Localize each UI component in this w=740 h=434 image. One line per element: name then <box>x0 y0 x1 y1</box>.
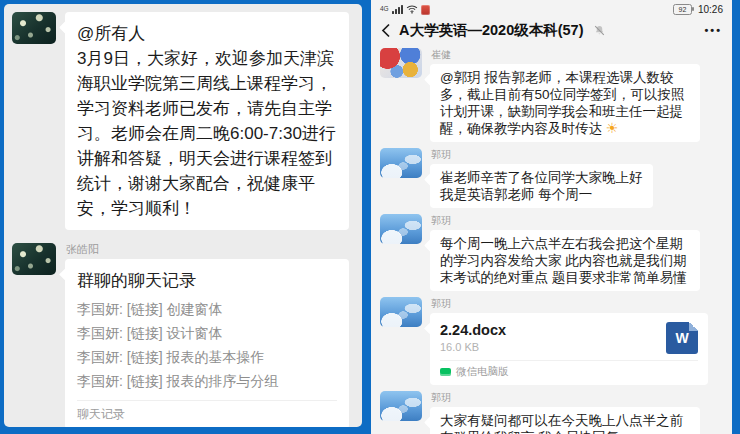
sender-name: 郭玥 <box>431 215 723 227</box>
wechat-pc-icon <box>440 368 451 376</box>
chat-record-title: 群聊的聊天记录 <box>77 268 337 294</box>
message-row: 崔健 @郭玥 报告郭老师，本课程选课人数较多，截止目前有50位同学签到，可以按照… <box>380 48 723 142</box>
network-type-label: 4G <box>380 5 389 12</box>
announcement-bubble: @所有人 3月9日，大家好，欢迎参加天津滨海职业学院第三周线上课程学习，学习资料… <box>65 12 349 230</box>
message-row-file: 郭玥 2.24.docx 16.0 KB W <box>380 297 723 385</box>
more-button[interactable]: ••• <box>704 24 722 36</box>
notification-app-icon <box>421 5 430 15</box>
left-chat-panel: @所有人 3月9日，大家好，欢迎参加天津滨海职业学院第三周线上课程学习，学习资料… <box>4 4 362 427</box>
status-bar: 4G 92 10:26 <box>371 0 732 17</box>
composite-screenshot: @所有人 3月9日，大家好，欢迎参加天津滨海职业学院第三周线上课程学习，学习资料… <box>0 0 740 434</box>
message-row: 郭玥 大家有疑问都可以在今天晚上八点半之前在群里给我留言 我会尽快回复 <box>380 391 723 434</box>
sender-name: 郭玥 <box>431 298 723 310</box>
sender-name: 张皓阳 <box>66 243 349 256</box>
file-name: 2.24.docx <box>440 321 666 339</box>
message-text: @郭玥 报告郭老师，本课程选课人数较多，截止目前有50位同学签到，可以按照计划开… <box>440 70 685 136</box>
message-row: 郭玥 崔老师辛苦了各位同学大家晚上好 我是英语郭老师 每个周一 <box>380 148 723 208</box>
file-source-label: 微信电脑版 <box>456 365 509 379</box>
chat-record-item: 李国妍: [链接] 报表的排序与分组 <box>77 369 337 393</box>
avatar-guo-yue[interactable] <box>380 148 422 178</box>
avatar-cui-jian[interactable] <box>380 48 422 78</box>
message-bubble: 大家有疑问都可以在今天晚上八点半之前在群里给我留言 我会尽快回复 <box>430 407 700 434</box>
announcement-message: @所有人 3月9日，大家好，欢迎参加天津滨海职业学院第三周线上课程学习，学习资料… <box>12 12 354 230</box>
avatar-guo-yue[interactable] <box>380 391 422 421</box>
signal-strength-icon <box>392 5 403 14</box>
message-list: 崔健 @郭玥 报告郭老师，本课程选课人数较多，截止目前有50位同学签到，可以按照… <box>371 43 732 434</box>
status-time: 10:26 <box>698 4 723 15</box>
message-bubble: @郭玥 报告郭老师，本课程选课人数较多，截止目前有50位同学签到，可以按照计划开… <box>430 64 700 142</box>
word-document-icon: W <box>666 322 698 354</box>
chat-record-item: 李国妍: [链接] 创建窗体 <box>77 297 337 321</box>
mute-bell-icon <box>594 25 605 36</box>
right-chat-panel: 4G 92 10:26 <box>371 0 732 434</box>
page-fold-corner <box>689 322 698 331</box>
file-size: 16.0 KB <box>440 340 666 354</box>
chat-record-footer: 聊天记录 <box>77 400 337 422</box>
sun-emoji-icon: ☀ <box>606 120 619 136</box>
sender-name: 崔健 <box>431 49 723 61</box>
chat-record-item: 李国妍: [链接] 设计窗体 <box>77 321 337 345</box>
avatar-guo-yue[interactable] <box>380 297 422 327</box>
chat-record-item: 李国妍: [链接] 报表的基本操作 <box>77 345 337 369</box>
avatar-guo-yue[interactable] <box>380 214 422 244</box>
message-bubble: 每个周一晚上六点半左右我会把这个星期的学习内容发给大家 此内容也就是我们期末考试… <box>430 230 700 291</box>
back-chevron-icon <box>381 23 391 38</box>
sender-name: 郭玥 <box>431 149 723 161</box>
message-row: 郭玥 每个周一晚上六点半左右我会把这个星期的学习内容发给大家 此内容也就是我们期… <box>380 214 723 291</box>
avatar-zhang-haoyang[interactable] <box>12 243 56 275</box>
group-chat-title: A大学英语—2020级本科(57) <box>399 21 584 40</box>
message-bubble: 崔老师辛苦了各位同学大家晚上好 我是英语郭老师 每个周一 <box>430 164 653 208</box>
battery-icon: 92 <box>673 4 692 15</box>
wifi-icon <box>406 5 418 14</box>
avatar-zhang-haoyang[interactable] <box>12 12 56 44</box>
word-letter: W <box>675 330 688 346</box>
battery-percent: 92 <box>679 6 687 13</box>
file-message-card[interactable]: 2.24.docx 16.0 KB W 微信电脑版 <box>430 313 708 385</box>
chat-record-card[interactable]: 群聊的聊天记录 李国妍: [链接] 创建窗体 李国妍: [链接] 设计窗体 李国… <box>65 259 349 427</box>
chat-record-message: 张皓阳 群聊的聊天记录 李国妍: [链接] 创建窗体 李国妍: [链接] 设计窗… <box>12 243 354 427</box>
back-button[interactable] <box>381 23 391 38</box>
sender-name: 郭玥 <box>431 392 723 404</box>
nav-bar: A大学英语—2020级本科(57) ••• <box>371 17 732 43</box>
